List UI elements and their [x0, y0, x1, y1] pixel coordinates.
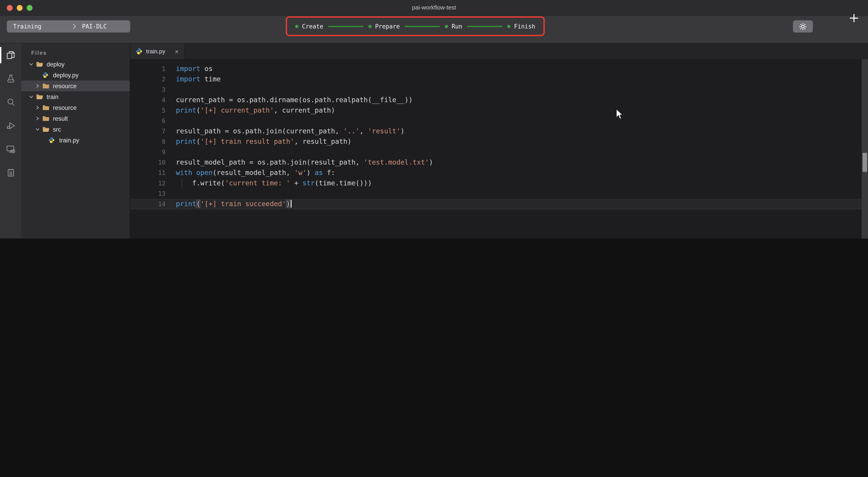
tree-item-label: train — [46, 93, 59, 100]
flask-icon — [6, 74, 16, 84]
main-area: Files deploydeploy.pyresourcetrainresour… — [0, 43, 868, 239]
add-task-button[interactable] — [848, 12, 860, 24]
activity-item-devices[interactable] — [0, 138, 21, 161]
tree-item-train.py[interactable]: train.py — [21, 135, 130, 146]
step-label: Run — [452, 23, 462, 30]
line-number: 6 — [130, 116, 168, 126]
chevron-down-icon[interactable] — [28, 61, 35, 67]
tree-item-result[interactable]: result — [21, 113, 130, 124]
chevron-right-icon[interactable] — [34, 105, 41, 111]
folder-open-icon — [36, 93, 44, 100]
workflow-stepper: CreatePrepareRunFinish — [286, 16, 545, 36]
activity-item-files[interactable] — [0, 43, 21, 67]
activity-bar — [0, 43, 21, 239]
python-icon — [135, 48, 143, 55]
breadcrumb[interactable]: Training PAI-DLC — [7, 20, 130, 33]
tree-item-label: train.py — [59, 137, 79, 144]
chevron-right-icon[interactable] — [34, 115, 41, 122]
step-finish: Finish — [507, 23, 535, 30]
code-line-2: 2import time — [130, 74, 868, 85]
tree-item-resource[interactable]: resource — [21, 81, 130, 91]
settings-button[interactable] — [793, 20, 813, 33]
tree-indent — [34, 72, 41, 78]
line-number: 10 — [130, 157, 168, 168]
line-content: current_path = os.path.dirname(os.path.r… — [176, 95, 413, 106]
close-icon[interactable]: × — [175, 48, 179, 55]
step-dot-icon — [445, 25, 448, 28]
step-label: Create — [302, 23, 323, 30]
application-window: pai-workflow-test Training PAI-DLC Creat… — [0, 0, 868, 239]
debug-run-icon — [6, 121, 16, 131]
step-dot-icon — [507, 25, 510, 28]
activity-item-notes[interactable] — [0, 161, 21, 184]
code-editor[interactable]: 1import os2import time34current_path = o… — [130, 60, 868, 239]
line-number: 14 — [130, 199, 168, 209]
file-tree: deploydeploy.pyresourcetrainresourceresu… — [21, 59, 130, 146]
line-content: result_model_path = os.path.join(result_… — [176, 157, 433, 168]
step-dot-icon — [295, 25, 298, 28]
stepper-connector — [328, 26, 363, 27]
line-number: 5 — [130, 106, 168, 116]
code-line-9: 9 — [130, 147, 868, 157]
text-caret — [291, 200, 291, 208]
code-line-7: 7result_path = os.path.join(current_path… — [130, 126, 868, 137]
line-number: 7 — [130, 126, 168, 137]
titlebar: pai-workflow-test — [0, 0, 868, 16]
files-header: Files — [21, 43, 130, 59]
line-content: print('[+] current_path', current_path) — [176, 106, 335, 116]
line-number: 9 — [130, 147, 168, 157]
code-line-11: 11with open(result_model_path, 'w') as f… — [130, 168, 868, 178]
line-number: 1 — [130, 64, 168, 74]
toolbar: Training PAI-DLC CreatePrepareRunFinish — [0, 16, 868, 43]
tree-item-deploy[interactable]: deploy — [21, 59, 130, 70]
line-number: 4 — [130, 95, 168, 106]
folder-open-icon — [36, 61, 44, 68]
tree-indent — [40, 137, 48, 143]
editor-scrollbar-thumb[interactable] — [863, 153, 867, 172]
chevron-down-icon[interactable] — [28, 94, 35, 100]
tree-item-train[interactable]: train — [21, 91, 130, 102]
activity-item-search[interactable] — [0, 90, 21, 114]
editor-column: train.py × 1import os2import time34curre… — [130, 43, 868, 239]
line-number: 11 — [130, 168, 168, 178]
tree-item-label: deploy.py — [53, 72, 79, 79]
stepper-connector — [467, 26, 502, 27]
python-file-icon — [49, 137, 57, 144]
code-line-3: 3 — [130, 85, 868, 95]
stepper-connector — [405, 26, 440, 27]
activity-item-experiments[interactable] — [0, 67, 21, 90]
search-icon — [6, 97, 16, 107]
activity-item-debug[interactable] — [0, 114, 21, 138]
code-line-1: 1import os — [130, 64, 868, 74]
notepad-icon — [6, 168, 16, 178]
code-line-8: 8print('[+] train result path', result_p… — [130, 137, 868, 147]
line-content: result_path = os.path.join(current_path,… — [176, 126, 404, 137]
tree-item-deploy.py[interactable]: deploy.py — [21, 70, 130, 81]
code-line-10: 10result_model_path = os.path.join(resul… — [130, 157, 868, 168]
code-line-6: 6 — [130, 116, 868, 126]
tab-train-py[interactable]: train.py × — [130, 43, 184, 59]
line-content: import os — [176, 64, 213, 74]
breadcrumb-item-pai-dlc[interactable]: PAI-DLC — [82, 23, 107, 30]
window-title: pai-workflow-test — [0, 0, 868, 16]
breadcrumb-item-training[interactable]: Training — [13, 23, 41, 30]
tree-item-label: src — [53, 126, 61, 133]
gear-icon — [799, 22, 807, 31]
chevron-down-icon[interactable] — [34, 126, 41, 132]
code-line-5: 5print('[+] current_path', current_path) — [130, 106, 868, 116]
step-create: Create — [295, 23, 323, 30]
code-line-13: 13 — [130, 188, 868, 199]
editor-scrollbar-track[interactable] — [862, 59, 868, 239]
tree-item-label: resource — [53, 104, 76, 111]
code-line-14: 14print('[+] train succeeded') — [130, 199, 868, 209]
file-explorer: Files deploydeploy.pyresourcetrainresour… — [21, 43, 130, 239]
tree-item-resource[interactable]: resource — [21, 102, 130, 113]
tree-item-src[interactable]: src — [21, 124, 130, 135]
code-line-12: 12 f.write('current time: ' + str(time.t… — [130, 178, 868, 188]
folder-icon — [42, 83, 50, 89]
chevron-right-icon[interactable] — [34, 83, 41, 89]
line-content: print('[+] train succeeded') — [176, 199, 291, 209]
line-content: with open(result_model_path, 'w') as f: — [176, 168, 335, 178]
folder-open-icon — [42, 126, 50, 133]
chevron-right-icon — [72, 24, 76, 29]
